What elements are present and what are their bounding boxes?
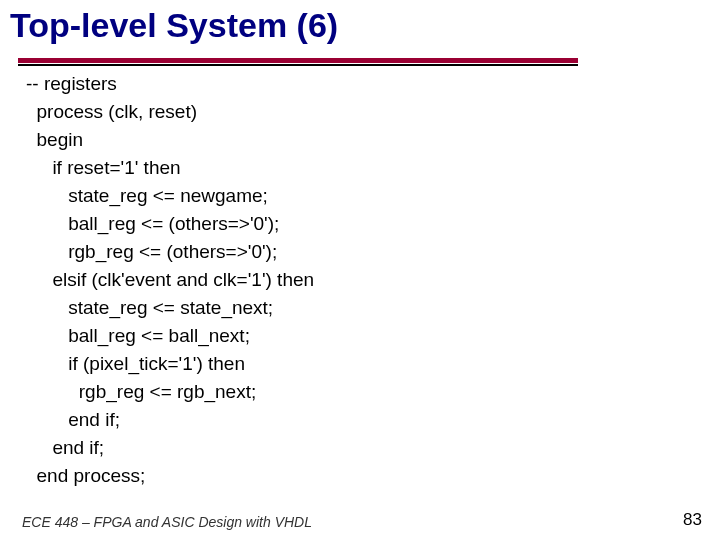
rule-thin xyxy=(18,64,578,66)
title-underline xyxy=(18,58,578,66)
slide-title: Top-level System (6) xyxy=(10,6,338,45)
slide: Top-level System (6) -- registers proces… xyxy=(0,0,720,540)
page-number: 83 xyxy=(683,510,702,530)
footer-course: ECE 448 – FPGA and ASIC Design with VHDL xyxy=(22,514,312,530)
code-block: -- registers process (clk, reset) begin … xyxy=(26,70,314,490)
rule-red xyxy=(18,58,578,63)
